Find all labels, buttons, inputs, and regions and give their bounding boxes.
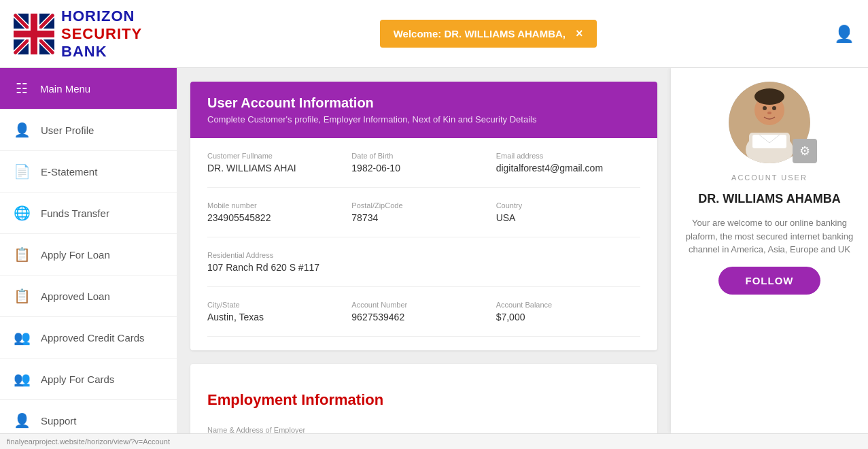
sidebar-label-e-statement: E-Statement bbox=[41, 166, 97, 178]
employer-row: Name & Address of Employer Microsoft Inc… bbox=[207, 412, 640, 433]
sidebar-item-apply-for-cards[interactable]: 👥 Apply For Cards bbox=[0, 359, 177, 400]
country-label: Country bbox=[496, 201, 633, 210]
svg-point-14 bbox=[772, 106, 776, 110]
employer-label: Name & Address of Employer bbox=[207, 426, 633, 433]
horizon-text: HORIZON bbox=[61, 7, 142, 25]
sidebar-label-user-profile: User Profile bbox=[41, 124, 94, 136]
follow-button[interactable]: FOLLOW bbox=[718, 267, 821, 295]
account-info-header: User Account Information Complete Custom… bbox=[190, 82, 657, 138]
account-description: Your are welcome to our online banking p… bbox=[684, 216, 854, 256]
fullname-field: Customer Fullname DR. WILLIAMS AHAI bbox=[207, 148, 351, 177]
svg-point-16 bbox=[754, 88, 784, 105]
fullname-value: DR. WILLIAMS AHAI bbox=[207, 163, 345, 173]
clipboard-icon-approved: 📋 bbox=[14, 288, 31, 304]
grid-icon: ☷ bbox=[14, 80, 30, 97]
sidebar-item-approved-loan[interactable]: 📋 Approved Loan bbox=[0, 276, 177, 317]
employment-body: Employment Information Name & Address of… bbox=[190, 364, 657, 433]
dob-value: 1982-06-10 bbox=[351, 163, 489, 173]
welcome-text: Welcome: DR. WILLIAMS AHAMBA, bbox=[394, 28, 566, 39]
account-balance-label: Account Balance bbox=[496, 301, 633, 309]
sidebar-item-main-menu[interactable]: ☷ Main Menu bbox=[0, 68, 177, 110]
bank-text: BANK bbox=[61, 43, 142, 61]
group-icon-cards: 👥 bbox=[14, 371, 31, 387]
city-value: Austin, Texas bbox=[207, 312, 345, 322]
sidebar-item-funds-transfer[interactable]: 🌐 Funds Transfer bbox=[0, 193, 177, 234]
sidebar-item-approved-credit-cards[interactable]: 👥 Approved Credit Cards bbox=[0, 317, 177, 359]
account-number-label: Account Number bbox=[351, 301, 489, 309]
user-icon: 👤 bbox=[14, 122, 31, 138]
account-balance-value: $7,000 bbox=[496, 312, 633, 322]
account-info-title: User Account Information bbox=[207, 95, 640, 111]
sidebar-label-main-menu: Main Menu bbox=[40, 83, 90, 95]
bank-logo-flag bbox=[14, 14, 54, 54]
clipboard-icon-loan: 📋 bbox=[14, 246, 31, 263]
employer-field: Name & Address of Employer Microsoft Inc… bbox=[207, 422, 640, 433]
support-icon: 👤 bbox=[14, 412, 31, 429]
mobile-label: Mobile number bbox=[207, 201, 345, 210]
logo-area: HORIZON SECURITY BANK bbox=[14, 7, 142, 61]
globe-icon: 🌐 bbox=[14, 205, 31, 221]
gear-button[interactable]: ⚙ bbox=[793, 139, 817, 163]
sidebar-label-approved-credit-cards: Approved Credit Cards bbox=[41, 332, 145, 344]
address-label: Residential Address bbox=[207, 251, 633, 259]
sidebar-label-apply-for-loan: Apply For Loan bbox=[41, 249, 110, 261]
topbar: HORIZON SECURITY BANK Welcome: DR. WILLI… bbox=[0, 0, 868, 68]
info-row-1: Customer Fullname DR. WILLIAMS AHAI Date… bbox=[207, 138, 640, 188]
document-icon: 📄 bbox=[14, 163, 31, 180]
account-info-body: Customer Fullname DR. WILLIAMS AHAI Date… bbox=[190, 138, 657, 350]
postal-value: 78734 bbox=[351, 212, 489, 223]
content-area: User Account Information Complete Custom… bbox=[177, 68, 671, 433]
sidebar-item-support[interactable]: 👤 Support bbox=[0, 400, 177, 433]
postal-label: Postal/ZipCode bbox=[351, 201, 489, 210]
fullname-label: Customer Fullname bbox=[207, 152, 345, 160]
svg-point-15 bbox=[767, 112, 771, 114]
address-field: Residential Address 107 Ranch Rd 620 S #… bbox=[207, 248, 640, 276]
sidebar-label-support: Support bbox=[41, 415, 77, 427]
info-row-4: City/State Austin, Texas Account Number … bbox=[207, 287, 640, 337]
sidebar-item-e-statement[interactable]: 📄 E-Statement bbox=[0, 151, 177, 193]
info-row-3: Residential Address 107 Ranch Rd 620 S #… bbox=[207, 237, 640, 287]
city-field: City/State Austin, Texas bbox=[207, 297, 351, 326]
account-user-label: ACCOUNT USER bbox=[731, 173, 808, 182]
banner-close-button[interactable]: × bbox=[576, 27, 583, 41]
dob-field: Date of Birth 1982-06-10 bbox=[351, 148, 496, 177]
city-label: City/State bbox=[207, 301, 345, 309]
group-icon-credit: 👥 bbox=[14, 329, 31, 346]
email-value: digitalforest4@gmail.com bbox=[496, 163, 633, 173]
sidebar: ☷ Main Menu 👤 User Profile 📄 E-Statement… bbox=[0, 68, 177, 433]
mobile-field: Mobile number 234905545822 bbox=[207, 198, 351, 227]
url-text: finalyearproject.website/horizon/view/?v… bbox=[7, 437, 170, 446]
sidebar-item-user-profile[interactable]: 👤 User Profile bbox=[0, 110, 177, 151]
email-field: Email address digitalforest4@gmail.com bbox=[496, 148, 640, 177]
sidebar-label-apply-for-cards: Apply For Cards bbox=[41, 373, 114, 385]
user-account-icon[interactable]: 👤 bbox=[834, 24, 854, 44]
info-row-2: Mobile number 234905545822 Postal/ZipCod… bbox=[207, 188, 640, 237]
svg-point-13 bbox=[763, 106, 767, 110]
address-value: 107 Ranch Rd 620 S #117 bbox=[207, 262, 633, 273]
security-text: SECURITY bbox=[61, 25, 142, 43]
country-field: Country USA bbox=[496, 198, 640, 227]
country-value: USA bbox=[496, 212, 633, 223]
email-label: Email address bbox=[496, 152, 633, 160]
sidebar-label-funds-transfer: Funds Transfer bbox=[41, 207, 109, 219]
account-balance-field: Account Balance $7,000 bbox=[496, 297, 640, 326]
welcome-banner: Welcome: DR. WILLIAMS AHAMBA, × bbox=[380, 20, 597, 48]
employment-info-card: Employment Information Name & Address of… bbox=[190, 364, 657, 433]
account-name: DR. WILLIAMS AHAMBA bbox=[698, 192, 840, 206]
account-info-card: User Account Information Complete Custom… bbox=[190, 82, 657, 350]
main-layout: ☷ Main Menu 👤 User Profile 📄 E-Statement… bbox=[0, 68, 868, 433]
svg-rect-8 bbox=[14, 31, 54, 37]
dob-label: Date of Birth bbox=[351, 152, 489, 160]
mobile-value: 234905545822 bbox=[207, 212, 345, 223]
account-number-value: 9627539462 bbox=[351, 312, 489, 322]
employment-section-title: Employment Information bbox=[207, 391, 640, 409]
avatar-container: ⚙ bbox=[729, 82, 810, 163]
postal-field: Postal/ZipCode 78734 bbox=[351, 198, 496, 227]
bank-name: HORIZON SECURITY BANK bbox=[61, 7, 142, 61]
account-info-subtitle: Complete Customer's profile, Employer In… bbox=[207, 114, 640, 124]
url-bar: finalyearproject.website/horizon/view/?v… bbox=[0, 433, 868, 449]
sidebar-label-approved-loan: Approved Loan bbox=[41, 290, 110, 302]
sidebar-item-apply-for-loan[interactable]: 📋 Apply For Loan bbox=[0, 234, 177, 276]
right-panel: ⚙ ACCOUNT USER DR. WILLIAMS AHAMBA Your … bbox=[671, 68, 868, 433]
account-number-field: Account Number 9627539462 bbox=[351, 297, 496, 326]
